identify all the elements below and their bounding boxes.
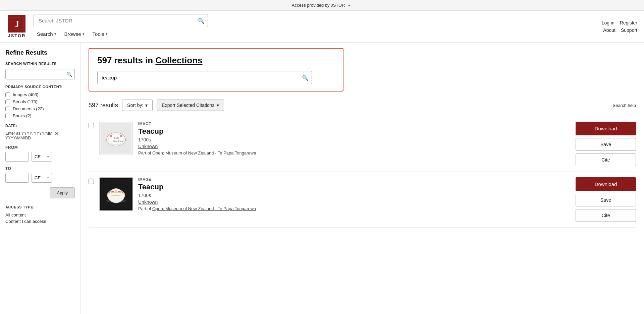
result-1-title: Teacup: [138, 127, 570, 136]
about-link[interactable]: About: [603, 27, 615, 33]
top-banner: Access provided by JSTOR ▾: [0, 0, 644, 11]
result-2-save-button[interactable]: Save: [576, 194, 636, 206]
filter-images-label: Images (403): [13, 92, 39, 97]
results-count-text: 597 results in: [97, 55, 155, 65]
search-within-label: SEARCH WITHIN RESULTS: [5, 62, 75, 66]
filter-serials-checkbox[interactable]: [5, 100, 10, 104]
main-search-button[interactable]: 🔍: [198, 17, 205, 24]
result-1-author[interactable]: Unknown: [138, 144, 570, 149]
result-item: c.86 Pink China IMAGE Teacup 1700s Unkno…: [89, 116, 636, 172]
sidebar-title: Refine Results: [5, 49, 75, 56]
header: J JSTOR 🔍 Search ▾ Browse ▾ Tools ▾: [0, 11, 644, 43]
result-2-collection-link[interactable]: Open: Museum of New Zealand - Te Papa To…: [152, 206, 256, 211]
sidebar-search-button[interactable]: 🔍: [66, 72, 72, 77]
result-2-type: IMAGE: [138, 177, 570, 181]
svg-point-15: [115, 190, 117, 192]
sort-by-button[interactable]: Sort by: ▾: [122, 100, 153, 111]
result-checkbox-2: [89, 179, 94, 185]
result-2-title: Teacup: [138, 183, 570, 191]
header-right: Log in Register About Support: [602, 20, 637, 33]
sidebar-search-input[interactable]: [5, 69, 75, 79]
login-link[interactable]: Log in: [602, 20, 614, 25]
filter-documents: Documents (22): [5, 106, 75, 111]
logo-svg: J: [9, 16, 25, 32]
svg-point-9: [110, 135, 112, 137]
access-type-label: ACCESS TYPE:: [5, 205, 75, 209]
result-1-download-button[interactable]: Download: [576, 122, 636, 135]
result-item: IMAGE Teacup 1700s Unknown Part of Open:…: [89, 172, 636, 228]
result-2-thumbnail: [99, 177, 133, 211]
jstor-logo[interactable]: J: [8, 15, 25, 33]
result-1-checkbox[interactable]: [89, 123, 94, 128]
export-chevron-icon: ▾: [217, 103, 219, 108]
search-within-box: 🔍: [97, 71, 312, 84]
result-1-thumbnail: c.86 Pink China: [99, 122, 133, 155]
date-info: Enter as YYYY, YYYY/MM, or YYYY/MM/DD: [5, 131, 75, 140]
search-within-button[interactable]: 🔍: [302, 74, 309, 81]
export-citations-button[interactable]: Export Selected Citations ▾: [157, 100, 224, 111]
to-date-input[interactable]: [5, 173, 29, 183]
filter-serials: Serials (170): [5, 99, 75, 104]
main-search-bar: 🔍: [34, 14, 208, 27]
to-era-select[interactable]: CE BCE: [32, 173, 52, 183]
results-heading: 597 results in Collections: [97, 55, 335, 66]
result-1-collection-link[interactable]: Open: Museum of New Zealand - Te Papa To…: [152, 150, 256, 155]
filter-images: Images (403): [5, 92, 75, 97]
result-1-save-button[interactable]: Save: [576, 138, 636, 151]
from-date-input[interactable]: [5, 152, 29, 162]
result-2-author[interactable]: Unknown: [138, 199, 570, 205]
filter-images-checkbox[interactable]: [5, 92, 10, 97]
result-1-cite-button[interactable]: Cite: [576, 153, 636, 166]
from-era-select[interactable]: CE BCE: [32, 152, 52, 162]
result-2-cite-button[interactable]: Cite: [576, 209, 636, 222]
results-bar-left: 597 results Sort by: ▾ Export Selected C…: [89, 100, 224, 111]
top-banner-chevron[interactable]: ▾: [348, 3, 350, 7]
result-2-image: [101, 179, 131, 209]
sidebar: Refine Results SEARCH WITHIN RESULTS 🔍 P…: [0, 43, 80, 314]
result-1-actions: Download Save Cite: [576, 122, 636, 166]
content-area: 597 results in Collections 🔍 597 results…: [80, 43, 644, 314]
svg-point-10: [120, 135, 122, 137]
result-1-part-of: Part of Open: Museum of New Zealand - Te…: [138, 150, 570, 155]
result-2-checkbox[interactable]: [89, 179, 94, 184]
filter-serials-label: Serials (170): [13, 99, 38, 104]
nav-tools[interactable]: Tools ▾: [89, 29, 111, 39]
result-2-download-button[interactable]: Download: [576, 177, 636, 191]
access-can-access-link[interactable]: Content I can access: [5, 219, 75, 224]
header-info-links: About Support: [603, 27, 637, 33]
from-label: FROM: [5, 145, 75, 150]
nav-tools-chevron: ▾: [106, 32, 108, 36]
search-within-input[interactable]: [97, 71, 312, 84]
register-link[interactable]: Register: [620, 20, 637, 25]
result-1-date: 1700s: [138, 137, 570, 142]
result-2-date: 1700s: [138, 193, 570, 198]
filter-documents-checkbox[interactable]: [5, 107, 10, 111]
filter-documents-label: Documents (22): [13, 106, 44, 111]
apply-button[interactable]: Apply: [50, 187, 75, 198]
to-row: CE BCE: [5, 173, 75, 183]
main-search-input[interactable]: [34, 14, 208, 27]
from-row: CE BCE: [5, 152, 75, 162]
filter-books: Books (2): [5, 113, 75, 118]
search-help-link[interactable]: Search help: [613, 103, 636, 108]
result-1-image: c.86 Pink China: [101, 123, 131, 153]
nav-browse[interactable]: Browse ▾: [61, 29, 88, 39]
filter-books-label: Books (2): [13, 113, 32, 118]
result-1-type: IMAGE: [138, 122, 570, 126]
collections-link[interactable]: Collections: [155, 55, 202, 65]
header-auth-links: Log in Register: [602, 20, 637, 25]
access-all-link[interactable]: All content: [5, 212, 75, 217]
support-link[interactable]: Support: [621, 27, 637, 33]
results-total-count: 597 results: [89, 102, 118, 109]
logo-container: J JSTOR: [7, 15, 27, 38]
nav-search[interactable]: Search ▾: [34, 29, 60, 39]
sort-chevron-icon: ▾: [145, 103, 148, 108]
svg-text:c.86: c.86: [114, 136, 119, 139]
results-bar: 597 results Sort by: ▾ Export Selected C…: [89, 100, 636, 111]
top-banner-text: Access provided by JSTOR: [292, 3, 345, 8]
result-2-part-of: Part of Open: Museum of New Zealand - Te…: [138, 206, 570, 211]
nav-browse-chevron: ▾: [83, 32, 85, 36]
main-layout: Refine Results SEARCH WITHIN RESULTS 🔍 P…: [0, 43, 644, 314]
to-label: TO: [5, 166, 75, 171]
filter-books-checkbox[interactable]: [5, 114, 10, 118]
